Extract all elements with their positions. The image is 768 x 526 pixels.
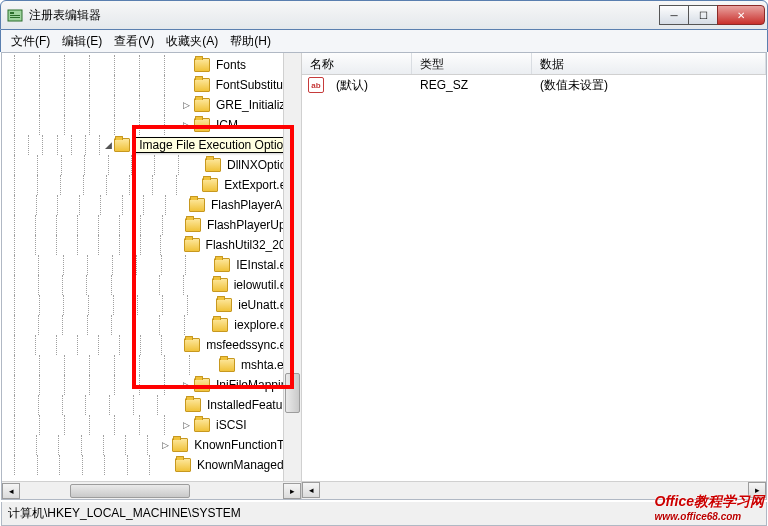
folder-icon	[212, 318, 228, 332]
tree-node-fontsubstitutes[interactable]: ▷FontSubstitutes	[6, 75, 301, 95]
tree-node-inifilemapping[interactable]: ▷IniFileMapping	[6, 375, 301, 395]
folder-icon	[184, 238, 200, 252]
string-value-icon: ab	[308, 77, 324, 93]
tree-node-iscsi[interactable]: ▷iSCSI	[6, 415, 301, 435]
tree-node-dllnxoptions[interactable]: ▷DllNXOptions	[6, 155, 301, 175]
folder-icon	[205, 158, 221, 172]
tree-vertical-scrollbar[interactable]	[283, 53, 301, 481]
tree-node-flashutil32[interactable]: ▷FlashUtil32_20_0	[6, 235, 301, 255]
list-body: ab (默认) REG_SZ (数值未设置)	[302, 75, 766, 95]
folder-icon	[214, 258, 230, 272]
cell-name: (默认)	[328, 77, 412, 94]
client-area: ▷Fonts ▷FontSubstitutes ▷GRE_Initialize …	[1, 52, 767, 500]
tree-node-gre-initialize[interactable]: ▷GRE_Initialize	[6, 95, 301, 115]
folder-icon	[216, 298, 232, 312]
tree-node-ielowutil[interactable]: ▷ielowutil.exe	[6, 275, 301, 295]
svg-rect-3	[10, 17, 20, 18]
folder-icon	[172, 438, 188, 452]
scroll-left-button[interactable]: ◂	[2, 483, 20, 499]
minimize-button[interactable]: ─	[659, 5, 689, 25]
folder-icon	[194, 58, 210, 72]
expander-icon[interactable]: ▷	[181, 420, 192, 431]
scrollbar-track[interactable]	[320, 482, 748, 498]
tree-node-knownfunctiontable[interactable]: ▷KnownFunctionTabl	[6, 435, 301, 455]
folder-icon	[185, 398, 201, 412]
tree-node-ifeo[interactable]: ◢Image File Execution Options	[6, 135, 301, 155]
maximize-button[interactable]: ☐	[688, 5, 718, 25]
expander-icon[interactable]: ▷	[161, 440, 170, 451]
menu-edit[interactable]: 编辑(E)	[56, 31, 108, 52]
cell-type: REG_SZ	[412, 78, 532, 92]
tree-horizontal-scrollbar[interactable]: ◂ ▸	[2, 481, 301, 499]
expander-icon[interactable]: ▷	[181, 100, 192, 111]
scrollbar-track[interactable]	[20, 483, 283, 499]
title-bar: 注册表编辑器 ─ ☐ ✕	[0, 0, 768, 30]
list-horizontal-scrollbar[interactable]: ◂ ▸	[302, 481, 766, 499]
menu-file[interactable]: 文件(F)	[5, 31, 56, 52]
tree-node-installedfeatures[interactable]: ▷InstalledFeatures	[6, 395, 301, 415]
tree-node-ieunatt[interactable]: ▷ieUnatt.exe	[6, 295, 301, 315]
menu-bar: 文件(F) 编辑(E) 查看(V) 收藏夹(A) 帮助(H)	[0, 30, 768, 52]
values-panel: 名称 类型 数据 ab (默认) REG_SZ (数值未设置) ◂ ▸	[302, 53, 766, 499]
tree-node-flashplayerupda[interactable]: ▷FlashPlayerUpda	[6, 215, 301, 235]
status-path: 计算机\HKEY_LOCAL_MACHINE\SYSTEM	[8, 505, 241, 522]
tree-node-icm[interactable]: ▷ICM	[6, 115, 301, 135]
tree-node-iexplore[interactable]: ▷iexplore.exe	[6, 315, 301, 335]
folder-icon	[212, 278, 228, 292]
folder-icon	[114, 138, 130, 152]
close-button[interactable]: ✕	[717, 5, 765, 25]
registry-tree[interactable]: ▷Fonts ▷FontSubstitutes ▷GRE_Initialize …	[2, 53, 301, 481]
expander-icon[interactable]: ▷	[181, 120, 192, 131]
folder-icon	[194, 378, 210, 392]
column-header-type[interactable]: 类型	[412, 53, 532, 74]
column-header-name[interactable]: 名称	[302, 53, 412, 74]
window-title: 注册表编辑器	[29, 7, 101, 24]
folder-icon	[194, 418, 210, 432]
scroll-right-button[interactable]: ▸	[748, 482, 766, 498]
folder-icon	[194, 118, 210, 132]
menu-favorites[interactable]: 收藏夹(A)	[160, 31, 224, 52]
scrollbar-thumb[interactable]	[285, 373, 300, 413]
list-row-default[interactable]: ab (默认) REG_SZ (数值未设置)	[302, 75, 766, 95]
folder-icon	[194, 98, 210, 112]
expander-icon[interactable]: ▷	[181, 380, 192, 391]
tree-node-ieinstal[interactable]: ▷IEInstal.exe	[6, 255, 301, 275]
scroll-right-button[interactable]: ▸	[283, 483, 301, 499]
scroll-left-button[interactable]: ◂	[302, 482, 320, 498]
menu-view[interactable]: 查看(V)	[108, 31, 160, 52]
list-header: 名称 类型 数据	[302, 53, 766, 75]
tree-node-msfeedssync[interactable]: ▷msfeedssync.exe	[6, 335, 301, 355]
tree-node-ifeo-tooltip: Image File Execution Options	[134, 137, 301, 153]
folder-icon	[184, 338, 200, 352]
folder-icon	[194, 78, 210, 92]
folder-icon	[185, 218, 201, 232]
tree-node-knownmanagedde[interactable]: ▷KnownManagedDe	[6, 455, 301, 475]
folder-icon	[219, 358, 235, 372]
tree-panel: ▷Fonts ▷FontSubstitutes ▷GRE_Initialize …	[2, 53, 302, 499]
expander-icon[interactable]: ◢	[105, 140, 112, 151]
tree-node-fonts[interactable]: ▷Fonts	[6, 55, 301, 75]
tree-node-flashplayerapp[interactable]: ▷FlashPlayerApp.	[6, 195, 301, 215]
tree-node-mshta[interactable]: ▷mshta.exe	[6, 355, 301, 375]
folder-icon	[202, 178, 218, 192]
column-header-data[interactable]: 数据	[532, 53, 766, 74]
folder-icon	[175, 458, 191, 472]
svg-rect-2	[10, 15, 20, 16]
tree-node-extexport[interactable]: ▷ExtExport.exe	[6, 175, 301, 195]
regedit-icon	[7, 7, 23, 23]
svg-rect-1	[10, 12, 14, 14]
scrollbar-thumb[interactable]	[70, 484, 190, 498]
folder-icon	[189, 198, 205, 212]
menu-help[interactable]: 帮助(H)	[224, 31, 277, 52]
window-buttons: ─ ☐ ✕	[659, 5, 765, 25]
status-bar: 计算机\HKEY_LOCAL_MACHINE\SYSTEM	[1, 502, 767, 526]
cell-data: (数值未设置)	[532, 77, 766, 94]
